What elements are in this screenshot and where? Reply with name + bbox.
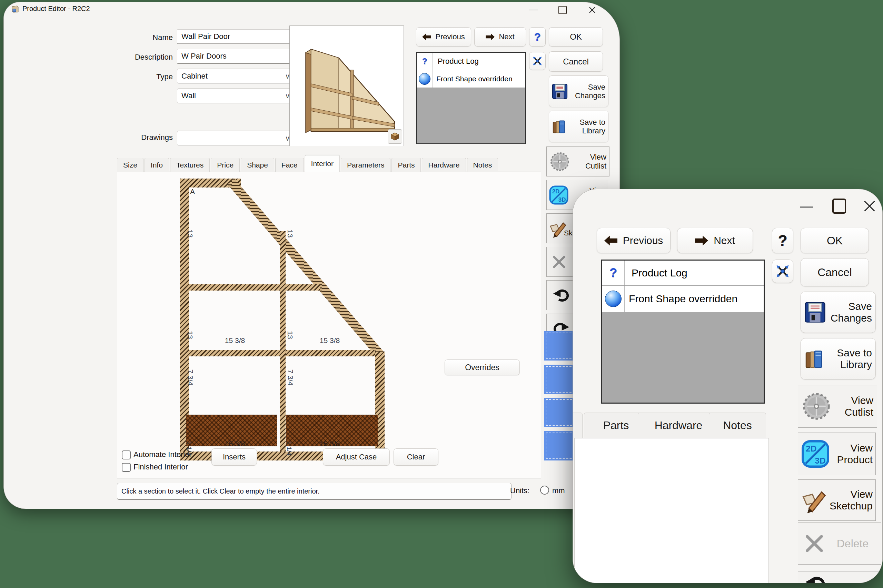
overlay-tab-content [574,438,769,583]
overlay-ok-button[interactable]: OK [800,228,869,254]
clear-button[interactable]: Clear [394,448,438,466]
product-log-item-text: Front Shape overridden [625,293,737,304]
cancel-button[interactable]: Cancel [549,51,603,72]
overlay-clear-log-button[interactable] [772,260,793,283]
units-mm-radio[interactable] [540,486,549,495]
subtype-select-value: Wall [181,92,196,100]
tab-notes[interactable]: Notes [467,158,498,172]
log-help-icon: ? [602,261,625,285]
tab-size[interactable]: Size [117,158,143,172]
arrow-left-icon [604,236,617,246]
close-button[interactable] [585,5,599,15]
product-log-title: Product Log [625,267,687,279]
titlebar[interactable]: Product Editor - R2C2 [4,2,620,15]
product-log-item-text: Front Shape overridden [433,75,513,83]
save-to-library-label: Save toLibrary [827,347,872,371]
minimize-icon [800,207,813,208]
overlay-delete-button: Delete [798,522,881,565]
saw-blade-icon [802,392,831,421]
tab-face[interactable]: Face [275,158,304,172]
view-cutlist-button[interactable]: ViewCutlist [546,147,609,177]
overlay-maximize-button[interactable] [829,197,850,215]
overlay-cancel-button[interactable]: Cancel [800,258,869,286]
delete-x-icon [552,254,567,270]
overlay-next-button[interactable]: Next [677,228,753,254]
drawings-label: Drawings [90,133,173,142]
dim-13-2: 13 [286,230,294,237]
save-to-library-button[interactable]: Save toLibrary [549,111,608,142]
description-input[interactable]: W Pair Doors [177,49,295,64]
library-books-icon [804,348,825,369]
overlay-view-sketchup-button[interactable]: ViewSketchup [798,479,876,521]
dim-1538-top-right: 15 3/8 [293,336,366,345]
dim-734-left: 7 3/4 [186,369,194,386]
inserts-button[interactable]: Inserts [211,448,257,466]
next-label: Next [714,235,735,246]
save-changes-label: SaveChanges [570,83,605,100]
previous-button[interactable]: Previous [416,27,471,46]
next-label: Next [499,32,514,41]
preview-cube-button[interactable] [388,129,402,144]
overlay-save-changes-button[interactable]: SaveChanges [800,292,876,333]
dim-13-4: 13 [286,331,294,339]
overlay-save-to-library-button[interactable]: Save toLibrary [800,338,876,380]
finished-interior-label: Finished Interior [134,462,188,471]
units-mm-label: mm [552,486,565,495]
name-input[interactable]: Wall Pair Door [177,29,295,44]
clear-log-button[interactable] [529,52,546,70]
svg-text:3D: 3D [815,456,826,465]
overlay-minimize-button[interactable] [796,200,817,215]
tab-interior[interactable]: Interior [305,155,340,172]
overlay-tab-partial[interactable] [573,412,582,438]
subtype-select[interactable]: Wall ∨ [177,88,295,104]
overlay-product-log[interactable]: ? Product Log Front Shape overridden [601,260,765,404]
overlay-previous-button[interactable]: Previous [597,228,671,254]
ok-button[interactable]: OK [549,27,603,46]
overlay-close-button[interactable] [859,197,880,215]
help-button[interactable]: ? [529,27,546,46]
saw-blade-icon [549,151,570,172]
previous-label: Previous [623,235,663,246]
product-log[interactable]: ? Product Log Front Shape overridden [416,52,526,144]
minimize-button[interactable] [526,6,540,15]
tab-parameters[interactable]: Parameters [341,158,391,172]
save-changes-button[interactable]: SaveChanges [549,75,608,107]
overlay-tab-notes[interactable]: Notes [709,412,766,438]
dim-13-3: 13 [186,331,194,339]
adjust-case-button[interactable]: Adjust Case [323,448,390,466]
overlay-tab-hardware[interactable]: Hardware [638,412,719,438]
automate-interior-checkbox[interactable] [122,450,131,459]
next-button[interactable]: Next [474,27,526,46]
overrides-button[interactable]: Overrides [445,360,520,375]
library-books-icon [552,119,567,134]
finished-interior-checkbox[interactable] [122,463,131,472]
maximize-icon [558,6,567,14]
dim-1538-bottom-left: 15 3/8 [200,440,269,448]
2d-3d-icon: 2D 3D [801,440,830,468]
product-log-item[interactable]: Front Shape overridden [602,286,764,312]
delete-x-icon [804,533,825,554]
dim-114-left: 1 1/4 [185,441,193,456]
tab-textures[interactable]: Textures [170,158,210,172]
dim-1538-bottom-right: 15 3/8 [293,440,366,448]
crossbones-icon [775,264,790,279]
type-select-value: Cabinet [181,72,208,81]
product-log-item[interactable]: Front Shape overridden [417,70,525,88]
type-select[interactable]: Cabinet ∨ [177,69,295,84]
product-editor-window: Product Editor - R2C2 Name Wall Pair Doo… [3,2,620,509]
tab-info[interactable]: Info [144,158,169,172]
arrow-right-icon [695,236,708,246]
tab-price[interactable]: Price [211,158,240,172]
maximize-button[interactable] [556,5,570,15]
overlay-undo-button-partial[interactable] [798,571,883,583]
maximize-icon [832,198,846,214]
overlay-view-cutlist-button[interactable]: ViewCutlist [798,385,877,428]
overlay-view-product-button[interactable]: 2D 3D ViewProduct [798,432,876,475]
drawings-select[interactable]: ∨ [177,130,295,146]
overlay-help-button[interactable]: ? [772,228,793,254]
interior-drawing[interactable]: A 13 13 13 13 15 3/8 15 3/8 7 3/4 7 3/4 … [180,178,385,460]
window-title: Product Editor - R2C2 [23,5,90,13]
tab-parts[interactable]: Parts [391,158,421,172]
tab-hardware[interactable]: Hardware [422,158,466,172]
tab-shape[interactable]: Shape [241,158,274,172]
